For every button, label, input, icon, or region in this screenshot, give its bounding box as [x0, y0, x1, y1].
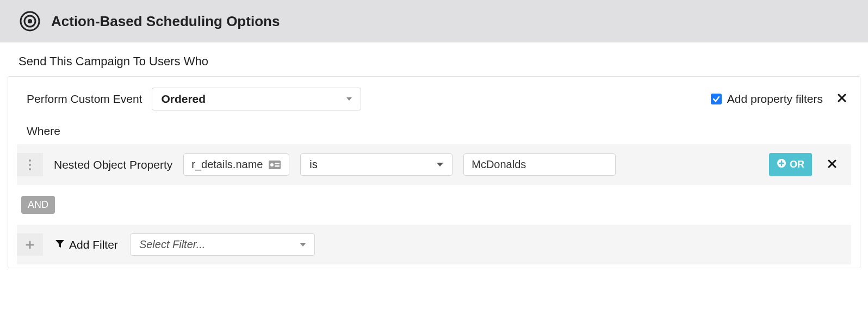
- svg-point-4: [29, 164, 31, 166]
- property-value: r_details.name: [191, 158, 263, 171]
- svg-point-7: [270, 163, 274, 166]
- property-input[interactable]: r_details.name: [183, 153, 289, 176]
- event-row: Perform Custom Event Ordered Add propert…: [17, 88, 851, 110]
- event-select-value: Ordered: [161, 92, 206, 106]
- add-filter-label-wrap: Add Filter: [55, 238, 118, 251]
- page-title: Action-Based Scheduling Options: [51, 13, 280, 30]
- event-select[interactable]: Ordered: [152, 88, 361, 110]
- target-icon: [18, 10, 41, 33]
- add-filters-checkbox-wrap[interactable]: Add property filters: [711, 92, 823, 106]
- plus-circle-icon: [777, 158, 786, 171]
- svg-rect-9: [275, 165, 280, 167]
- filter-type-select[interactable]: Select Filter...: [130, 233, 315, 256]
- value-input[interactable]: [463, 153, 616, 176]
- or-label: OR: [790, 159, 804, 170]
- page-header: Action-Based Scheduling Options: [0, 0, 868, 42]
- add-filter-row: Add Filter Select Filter...: [17, 225, 851, 264]
- drag-handle[interactable]: [17, 153, 43, 176]
- operator-value: is: [309, 158, 317, 171]
- chevron-down-icon: [346, 97, 352, 101]
- filter-type-label: Nested Object Property: [54, 158, 172, 171]
- funnel-icon: [55, 238, 65, 251]
- section-subtitle: Send This Campaign To Users Who: [18, 54, 868, 69]
- event-label: Perform Custom Event: [27, 92, 142, 106]
- add-filters-label: Add property filters: [727, 92, 823, 106]
- operator-select[interactable]: is: [300, 153, 452, 176]
- svg-point-5: [29, 168, 31, 170]
- svg-rect-8: [275, 163, 280, 164]
- and-chip: AND: [21, 196, 55, 214]
- checkbox-checked-icon: [711, 94, 722, 104]
- add-row-button[interactable]: [17, 233, 43, 256]
- scheduling-panel: Perform Custom Event Ordered Add propert…: [8, 76, 860, 268]
- remove-event-button[interactable]: [833, 93, 851, 105]
- chevron-down-icon: [300, 243, 306, 246]
- where-label: Where: [17, 125, 851, 138]
- filter-row: Nested Object Property r_details.name is: [17, 144, 851, 185]
- remove-filter-button[interactable]: [823, 159, 841, 171]
- filter-type-placeholder: Select Filter...: [139, 238, 206, 251]
- svg-point-2: [28, 19, 32, 23]
- add-filter-label: Add Filter: [69, 238, 118, 251]
- chevron-down-icon: [437, 163, 443, 166]
- and-connector: AND: [17, 192, 851, 218]
- svg-point-3: [29, 159, 31, 162]
- id-card-icon: [268, 160, 281, 170]
- or-button[interactable]: OR: [769, 153, 812, 176]
